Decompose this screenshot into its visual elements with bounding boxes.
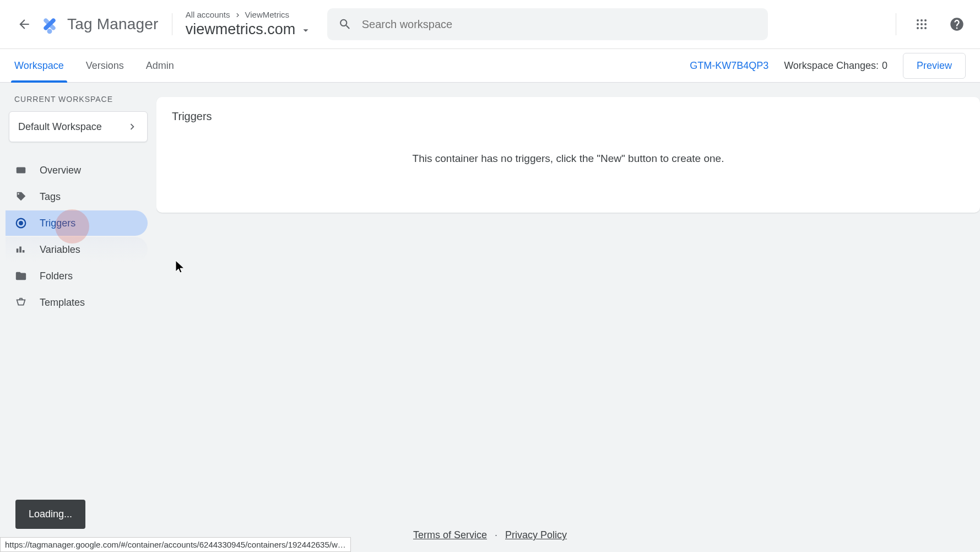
footer-separator: · xyxy=(495,529,497,541)
tag-icon xyxy=(14,191,28,203)
svg-point-4 xyxy=(921,19,923,21)
folder-icon xyxy=(14,270,28,282)
browser-status-bar: https://tagmanager.google.com/#/containe… xyxy=(0,537,351,552)
tab-admin[interactable]: Admin xyxy=(146,49,174,82)
triggers-card: Triggers This container has no triggers,… xyxy=(156,97,980,213)
svg-point-3 xyxy=(917,19,919,21)
back-button[interactable] xyxy=(11,11,37,37)
container-picker[interactable]: All accounts ViewMetrics viewmetrics.com xyxy=(186,10,312,39)
product-block: Tag Manager xyxy=(40,14,159,34)
empty-state-message: This container has no triggers, click th… xyxy=(172,153,965,165)
workspace-picker[interactable]: Default Workspace xyxy=(9,111,148,142)
side-nav: Overview Tags Triggers Variables Folders… xyxy=(6,158,151,315)
svg-point-5 xyxy=(924,19,927,21)
template-icon xyxy=(14,296,28,309)
nav-item-label: Tags xyxy=(40,191,61,203)
nav-item-templates[interactable]: Templates xyxy=(6,290,148,315)
help-button[interactable] xyxy=(945,12,969,36)
nav-item-label: Overview xyxy=(40,165,81,176)
arrow-back-icon xyxy=(17,17,31,31)
nav-item-variables[interactable]: Variables xyxy=(6,237,148,262)
svg-point-6 xyxy=(917,23,919,25)
apps-icon xyxy=(915,18,928,31)
workspace-changes: Workspace Changes: 0 xyxy=(784,60,887,72)
preview-button[interactable]: Preview xyxy=(903,53,966,79)
sidebar: CURRENT WORKSPACE Default Workspace Over… xyxy=(0,83,156,552)
app-header: Tag Manager All accounts ViewMetrics vie… xyxy=(0,0,980,49)
page-title: Triggers xyxy=(172,110,965,123)
current-workspace-label: CURRENT WORKSPACE xyxy=(6,95,151,109)
breadcrumb-account: ViewMetrics xyxy=(245,10,290,20)
chevron-right-icon xyxy=(126,121,138,133)
apps-button[interactable] xyxy=(909,12,934,36)
help-icon xyxy=(949,17,965,32)
nav-tabs: Workspace Versions Admin xyxy=(14,49,174,82)
tab-workspace[interactable]: Workspace xyxy=(14,49,64,82)
sub-nav: Workspace Versions Admin GTM-KW7B4QP3 Wo… xyxy=(0,49,980,83)
breadcrumb: All accounts ViewMetrics xyxy=(186,10,312,20)
nav-item-tags[interactable]: Tags xyxy=(6,184,148,209)
target-icon xyxy=(14,217,28,229)
product-title: Tag Manager xyxy=(67,15,159,33)
nav-item-folders[interactable]: Folders xyxy=(6,263,148,289)
breadcrumb-root: All accounts xyxy=(186,10,230,20)
tag-manager-logo-icon xyxy=(40,14,59,34)
variables-icon xyxy=(14,243,28,256)
svg-point-14 xyxy=(19,221,23,225)
nav-item-label: Templates xyxy=(40,297,85,309)
nav-item-label: Triggers xyxy=(40,218,75,229)
svg-point-9 xyxy=(917,27,919,29)
main-content: Triggers This container has no triggers,… xyxy=(156,83,980,552)
search-box[interactable] xyxy=(327,8,768,40)
nav-item-overview[interactable]: Overview xyxy=(6,158,148,183)
header-divider xyxy=(172,13,172,35)
svg-rect-12 xyxy=(17,167,26,174)
terms-link[interactable]: Terms of Service xyxy=(413,529,487,541)
nav-item-label: Variables xyxy=(40,244,80,256)
nav-item-triggers[interactable]: Triggers xyxy=(6,210,148,236)
chevron-right-icon xyxy=(234,11,242,19)
subnav-right: GTM-KW7B4QP3 Workspace Changes: 0 Previe… xyxy=(690,53,966,79)
arrow-drop-down-icon xyxy=(300,24,312,36)
container-name: viewmetrics.com xyxy=(186,20,296,39)
search-input[interactable] xyxy=(362,18,757,31)
privacy-link[interactable]: Privacy Policy xyxy=(505,529,567,541)
header-actions xyxy=(894,12,969,36)
workspace-changes-count: 0 xyxy=(882,60,887,72)
app-body: CURRENT WORKSPACE Default Workspace Over… xyxy=(0,83,980,552)
search-icon xyxy=(338,17,352,31)
header-divider xyxy=(896,13,896,35)
workspace-name: Default Workspace xyxy=(18,121,102,133)
nav-item-label: Folders xyxy=(40,270,73,282)
container-id[interactable]: GTM-KW7B4QP3 xyxy=(690,60,768,72)
svg-point-7 xyxy=(921,23,923,25)
svg-point-10 xyxy=(921,27,923,29)
svg-point-11 xyxy=(924,27,927,29)
tab-versions[interactable]: Versions xyxy=(86,49,124,82)
loading-toast: Loading... xyxy=(15,500,85,529)
dashboard-icon xyxy=(14,164,28,176)
svg-point-8 xyxy=(924,23,927,25)
